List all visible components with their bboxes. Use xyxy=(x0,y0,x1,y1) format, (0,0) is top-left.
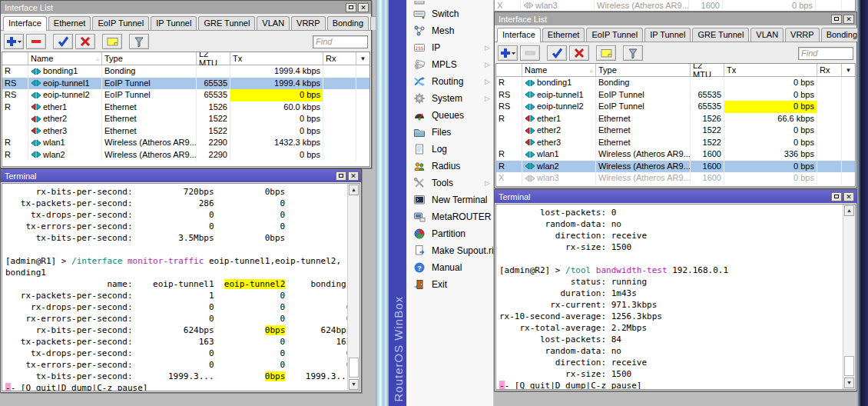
disable-button[interactable] xyxy=(569,45,589,61)
tab-ip-tunnel[interactable]: IP Tunnel xyxy=(151,16,197,30)
scrollbar[interactable]: ▲ ▼ xyxy=(347,184,359,391)
terminal-content[interactable]: lost-packets: 0 random-data: no directio… xyxy=(495,204,856,390)
sidebar-item-routing[interactable]: Routing▷ xyxy=(406,73,493,90)
maximize-button[interactable] xyxy=(831,15,842,24)
close-button[interactable]: ✕ xyxy=(358,3,369,12)
scrollbar-thumb[interactable] xyxy=(349,358,359,378)
flag-column-header[interactable] xyxy=(2,52,28,65)
add-button[interactable] xyxy=(498,45,518,61)
type-column-header[interactable]: Type xyxy=(102,52,197,65)
window-titlebar[interactable]: Interface List ✕ xyxy=(495,12,856,25)
sidebar-item-tools[interactable]: Tools▷ xyxy=(406,175,493,191)
scrollbar[interactable]: ▲ ▼ xyxy=(843,205,855,389)
sidebar-item-exit[interactable]: Exit xyxy=(406,276,493,293)
interface-row-wlan3[interactable]: Xwlan3Wireless (Atheros AR9...16000 bps xyxy=(496,172,855,185)
tab-bonding[interactable]: Bonding xyxy=(327,16,369,30)
tab-interface[interactable]: Interface xyxy=(497,28,541,42)
sidebar-item-manual[interactable]: ?Manual xyxy=(406,259,493,276)
interface-row-ether2[interactable]: ether2Ethernet15220 bps xyxy=(2,113,369,125)
sidebar-item-ip[interactable]: 255IP▷ xyxy=(406,39,493,56)
tab-gre-tunnel[interactable]: GRE Tunnel xyxy=(198,16,255,30)
remove-button[interactable] xyxy=(520,45,540,61)
sidebar-item-new-terminal[interactable]: New Terminal xyxy=(406,191,493,208)
sidebar-item-mesh[interactable]: Mesh xyxy=(406,22,493,39)
window-titlebar[interactable]: Interface List ✕ xyxy=(1,1,371,14)
tx-column-header[interactable]: Tx xyxy=(724,64,817,76)
scrollbar-thumb[interactable] xyxy=(844,356,854,376)
tab-ip-tunnel[interactable]: IP Tunnel xyxy=(644,28,691,42)
enable-button[interactable] xyxy=(547,45,567,61)
interface-row-eoip-tunnel2[interactable]: RSeoip-tunnel2EoIP Tunnel655350 bps xyxy=(2,89,369,102)
sidebar-item-log[interactable]: Log xyxy=(406,141,493,158)
rx-filter-dropdown[interactable]: ▼ xyxy=(356,52,369,65)
flag-column-header[interactable] xyxy=(496,64,522,76)
tab-ethernet[interactable]: Ethernet xyxy=(542,28,585,42)
window-titlebar[interactable]: Terminal ✕ xyxy=(495,190,856,203)
remove-button[interactable] xyxy=(26,34,46,49)
rx-column-header[interactable]: Rx xyxy=(323,52,356,65)
close-button[interactable]: ✕ xyxy=(348,171,359,181)
tab-eoip-tunnel[interactable]: EoIP Tunnel xyxy=(586,28,643,42)
tab-gre-tunnel[interactable]: GRE Tunnel xyxy=(692,28,749,42)
terminal-content[interactable]: rx-bits-per-second: 720bps 0bps tx-packe… xyxy=(2,183,360,391)
comment-button[interactable] xyxy=(596,45,616,61)
interface-row-ether1[interactable]: Rether1Ethernet152666.6 kbps xyxy=(496,113,855,125)
l2mtu-column-header[interactable]: L2 MTU xyxy=(197,52,230,65)
interface-row-wlan2[interactable]: Rwlan2Wireless (Atheros AR9...16000 bps xyxy=(496,161,855,173)
close-button[interactable]: ✕ xyxy=(843,15,854,24)
tab-eoip-tunnel[interactable]: EoIP Tunnel xyxy=(92,16,149,30)
interface-row-ether3[interactable]: ether3Ethernet15220 bps xyxy=(496,137,855,149)
tab-vrrp[interactable]: VRRP xyxy=(785,28,820,42)
scrollbar-down-button[interactable]: ▼ xyxy=(844,378,854,388)
tab-bonding[interactable]: Bonding xyxy=(821,28,863,42)
interface-row-eoip-tunnel1[interactable]: RSeoip-tunnel1EoIP Tunnel655350 bps xyxy=(496,89,855,102)
filter-button[interactable] xyxy=(623,45,643,61)
interface-row-bonding1[interactable]: Rbonding1Bonding1999.4 kbps xyxy=(2,65,369,78)
scrollbar-down-button[interactable]: ▼ xyxy=(349,379,359,390)
interface-row-eoip-tunnel1[interactable]: RSeoip-tunnel1EoIP Tunnel655351999.4 kbp… xyxy=(2,78,369,90)
sidebar-item-mpls[interactable]: MPLS▷ xyxy=(406,56,493,73)
interface-row-eoip-tunnel2[interactable]: RSeoip-tunnel2EoIP Tunnel655350 bps xyxy=(496,101,855,113)
sidebar-item-make-supout-rif[interactable]: Make Supout.rif xyxy=(406,242,493,259)
interface-row-wlan2[interactable]: Rwlan2Wireless (Atheros AR9...22900 bps xyxy=(2,149,369,161)
interface-row-ether3[interactable]: ether3Ethernet15220 bps xyxy=(2,125,369,138)
find-input[interactable] xyxy=(313,35,368,48)
l2mtu-column-header[interactable]: L2 MTU xyxy=(691,64,724,76)
interface-row-wlan3[interactable]: Xwlan3Wireless (Atheros AR9...16000 bps xyxy=(495,0,855,11)
sidebar-item-files[interactable]: Files xyxy=(406,124,493,141)
tab-vrrp[interactable]: VRRP xyxy=(291,16,326,30)
interface-row-wlan1[interactable]: Rwlan1Wireless (Atheros AR9...1600336 bp… xyxy=(496,148,855,161)
find-input[interactable] xyxy=(798,47,853,60)
sidebar-item-partition[interactable]: Partition xyxy=(406,225,493,242)
tab-vlan[interactable]: VLAN xyxy=(257,16,290,30)
add-button[interactable] xyxy=(4,34,24,49)
scrollbar-up-button[interactable]: ▲ xyxy=(844,205,854,216)
rx-column-header[interactable]: Rx xyxy=(817,64,842,76)
interface-row-bonding1[interactable]: Rbonding1Bonding0 bps xyxy=(496,77,855,89)
tab-vlan[interactable]: VLAN xyxy=(750,28,784,42)
disable-button[interactable] xyxy=(75,34,95,49)
interface-row-ether2[interactable]: ether2Ethernet15220 bps xyxy=(496,125,855,137)
sidebar-item-radius[interactable]: Radius xyxy=(406,158,493,175)
enable-button[interactable] xyxy=(53,34,73,49)
maximize-button[interactable] xyxy=(831,192,842,201)
rx-filter-dropdown[interactable]: ▼ xyxy=(842,64,855,76)
sidebar-item-metarouter[interactable]: MetaROUTER xyxy=(406,208,493,225)
type-column-header[interactable]: Type xyxy=(596,64,691,76)
close-button[interactable]: ✕ xyxy=(843,192,854,201)
scrollbar-up-button[interactable]: ▲ xyxy=(349,185,359,195)
filter-button[interactable] xyxy=(129,34,149,49)
maximize-button[interactable] xyxy=(336,171,346,181)
name-column-header[interactable]: Name▵ xyxy=(28,52,102,65)
tab-interface[interactable]: Interface xyxy=(3,16,47,31)
interface-row-ether1[interactable]: Rether1Ethernet152660.0 kbps xyxy=(2,102,369,114)
maximize-button[interactable] xyxy=(346,3,356,12)
sidebar-item-system[interactable]: System▷ xyxy=(406,90,493,107)
sidebar-item-switch[interactable]: Switch xyxy=(406,5,493,22)
tx-column-header[interactable]: Tx xyxy=(230,52,323,65)
interface-row-wlan1[interactable]: Rwlan1Wireless (Atheros AR9...22901432.3… xyxy=(2,137,369,149)
tab-ethernet[interactable]: Ethernet xyxy=(48,16,91,30)
name-column-header[interactable]: Name▵ xyxy=(522,64,596,76)
sidebar-item-queues[interactable]: Queues xyxy=(406,107,493,124)
comment-button[interactable] xyxy=(102,34,122,49)
